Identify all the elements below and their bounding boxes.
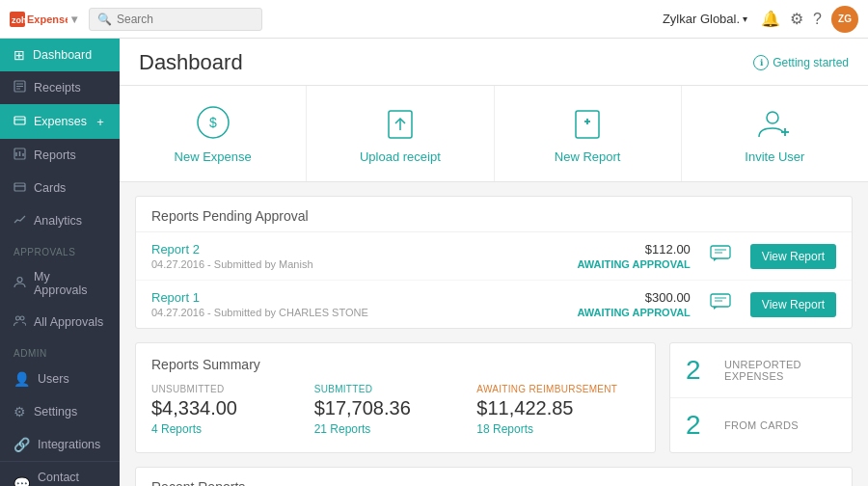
approval-meta-2: 04.27.2016 - Submitted by CHARLES STONE (151, 307, 568, 318)
comment-icon-1[interactable] (710, 245, 731, 267)
search-input[interactable] (117, 13, 252, 26)
app-caret[interactable]: ▾ (71, 13, 77, 26)
sidebar-item-analytics[interactable]: Analytics (0, 204, 120, 237)
help-icon[interactable]: ? (813, 11, 822, 28)
settings-icon[interactable]: ⚙ (790, 10, 803, 28)
summary-metrics: UNSUBMITTED $4,334.00 4 Reports SUBMITTE… (151, 384, 639, 436)
awaiting-reimbursement-metric: AWAITING REIMBURSEMENT $11,422.85 18 Rep… (476, 384, 639, 436)
comment-icon-2[interactable] (710, 293, 731, 315)
submitted-metric: SUBMITTED $17,708.36 21 Reports (314, 384, 477, 436)
approval-amount-2: $300.00 AWAITING APPROVAL (578, 290, 691, 318)
search-box: 🔍 (89, 8, 262, 31)
unsubmitted-metric: UNSUBMITTED $4,334.00 4 Reports (151, 384, 314, 436)
topbar-icons: 🔔 ⚙ ? ZG (761, 6, 858, 33)
svg-point-17 (20, 316, 24, 320)
sidebar-item-dashboard[interactable]: ⊞ Dashboard (0, 39, 120, 71)
main-header: Dashboard ℹ Getting started (120, 39, 868, 86)
sidebar-item-users[interactable]: 👤 Users (0, 363, 120, 395)
svg-text:$: $ (209, 115, 217, 130)
reports-summary-header: Reports Summary (151, 357, 639, 372)
cards-icon (14, 180, 26, 196)
invite-user-icon (755, 103, 794, 142)
sidebar-bottom: 💬 Contact Support (0, 461, 120, 486)
sidebar-item-cards[interactable]: Cards (0, 172, 120, 204)
notification-icon[interactable]: 🔔 (761, 10, 780, 28)
svg-rect-7 (14, 117, 25, 124)
sidebar-item-reports[interactable]: Reports (0, 139, 120, 172)
sidebar-item-settings[interactable]: ⚙ Settings (0, 395, 120, 428)
new-report-icon (568, 103, 607, 142)
sidebar: ⊞ Dashboard Receipts Expenses + Reports (0, 39, 120, 486)
dashboard-icon: ⊞ (14, 47, 25, 63)
expenses-add-btn[interactable]: + (95, 113, 106, 130)
approval-report-name-1[interactable]: Report 2 (151, 242, 568, 256)
new-expense-icon: $ (194, 103, 232, 142)
approval-info-2: Report 1 04.27.2016 - Submitted by CHARL… (151, 290, 568, 318)
approval-report-name-2[interactable]: Report 1 (151, 290, 568, 305)
sidebar-item-expenses[interactable]: Expenses + (0, 104, 120, 139)
approval-info-1: Report 2 04.27.2016 - Submitted by Manis… (151, 242, 568, 270)
getting-started-link[interactable]: ℹ Getting started (753, 55, 849, 70)
receipts-icon (14, 80, 26, 95)
upload-receipt-icon (381, 103, 420, 142)
content-area: Reports Pending Approval Report 2 04.27.… (120, 182, 868, 486)
approval-meta-1: 04.27.2016 - Submitted by Manish (151, 258, 568, 270)
sidebar-item-integrations[interactable]: 🔗 Integrations (0, 428, 120, 461)
sidebar-item-receipts[interactable]: Receipts (0, 71, 120, 104)
stat-from-cards: 2 FROM CARDS (670, 398, 852, 452)
stats-card: 2 UNREPORTED EXPENSES 2 FROM CARDS (669, 342, 853, 453)
sidebar-item-all-approvals[interactable]: All Approvals (0, 306, 120, 338)
topbar-right: Zylkar Global. ▾ 🔔 ⚙ ? ZG (663, 6, 858, 33)
page-title: Dashboard (139, 50, 243, 75)
view-report-btn-1[interactable]: View Report (750, 244, 836, 269)
users-icon: 👤 (14, 371, 30, 387)
settings-sidebar-icon: ⚙ (14, 404, 26, 419)
layout: ⊞ Dashboard Receipts Expenses + Reports (0, 39, 868, 486)
summary-row: Reports Summary UNSUBMITTED $4,334.00 4 … (135, 342, 853, 453)
invite-user-action[interactable]: Invite User (682, 86, 868, 181)
new-expense-action[interactable]: $ New Expense (120, 86, 307, 181)
reports-icon (14, 148, 26, 163)
recent-reports-header: Recent Reports (136, 468, 852, 486)
pending-approval-header: Reports Pending Approval (136, 197, 852, 232)
topbar: zoho Expense ▾ 🔍 Zylkar Global. ▾ 🔔 ⚙ ? … (0, 0, 868, 39)
org-selector[interactable]: Zylkar Global. ▾ (663, 12, 747, 26)
reports-summary-card: Reports Summary UNSUBMITTED $4,334.00 4 … (135, 342, 656, 453)
user-avatar[interactable]: ZG (831, 6, 858, 33)
integrations-icon: 🔗 (14, 437, 30, 452)
analytics-icon (14, 213, 26, 229)
svg-rect-13 (14, 183, 25, 191)
search-icon: 🔍 (97, 13, 112, 26)
stat-unreported: 2 UNREPORTED EXPENSES (670, 343, 852, 398)
sidebar-item-my-approvals[interactable]: My Approvals (0, 261, 120, 306)
main-content: Dashboard ℹ Getting started $ New Expens… (120, 39, 868, 486)
svg-point-16 (16, 316, 20, 320)
approval-amount-1: $112.00 AWAITING APPROVAL (578, 242, 691, 270)
admin-section-label: Admin (0, 338, 120, 363)
svg-text:Expense: Expense (27, 14, 68, 25)
approval-row-2: Report 1 04.27.2016 - Submitted by CHARL… (136, 281, 852, 328)
upload-receipt-action[interactable]: Upload receipt (307, 86, 494, 181)
approvals-section-label: Approvals (0, 237, 120, 261)
sidebar-item-contact-support[interactable]: 💬 Contact Support (0, 462, 120, 486)
svg-point-25 (767, 112, 778, 123)
new-report-action[interactable]: New Report (495, 86, 682, 181)
view-report-btn-2[interactable]: View Report (750, 292, 836, 317)
my-approvals-icon (14, 276, 26, 291)
expenses-icon (14, 114, 26, 129)
app-logo[interactable]: zoho Expense ▾ (10, 9, 77, 30)
quick-actions: $ New Expense Upload receipt (120, 86, 868, 182)
svg-point-15 (17, 278, 22, 283)
all-approvals-icon (14, 314, 26, 330)
pending-approval-card: Reports Pending Approval Report 2 04.27.… (135, 196, 853, 329)
org-caret: ▾ (743, 14, 747, 24)
recent-reports-card: Recent Reports (135, 467, 853, 486)
getting-started-circle-icon: ℹ (753, 55, 769, 70)
support-icon: 💬 (14, 476, 30, 486)
approval-row-1: Report 2 04.27.2016 - Submitted by Manis… (136, 232, 852, 281)
